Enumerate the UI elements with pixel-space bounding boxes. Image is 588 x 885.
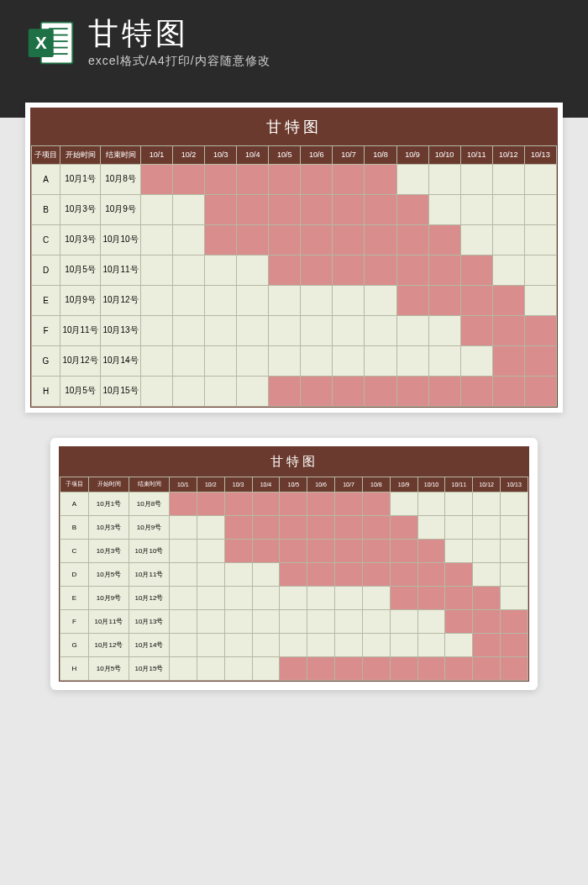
gantt-cell xyxy=(173,315,205,345)
table-row: H10月5号10月15号 xyxy=(32,376,557,406)
gantt-cell xyxy=(365,285,396,315)
gantt-cell xyxy=(224,609,252,633)
gantt-cell xyxy=(197,609,224,633)
cell-end: 10月9号 xyxy=(129,515,170,539)
gantt-cell xyxy=(417,586,445,609)
gantt-cell xyxy=(524,315,556,345)
col-header-day: 10/12 xyxy=(492,145,524,164)
gantt-cell xyxy=(173,164,205,194)
gantt-cell xyxy=(524,345,556,376)
gantt-cell xyxy=(365,255,396,285)
page-title: 甘特图 xyxy=(88,17,270,50)
col-header-day: 10/9 xyxy=(396,145,428,164)
gantt-cell xyxy=(417,609,445,633)
cell-start: 10月5号 xyxy=(60,255,101,285)
gantt-preview-large: 甘特图 子项目开始时间结束时间10/110/210/310/410/510/61… xyxy=(25,103,563,413)
gantt-cell xyxy=(170,492,197,515)
gantt-cell xyxy=(396,164,428,194)
gantt-cell xyxy=(333,224,365,255)
gantt-cell xyxy=(501,492,528,515)
gantt-cell xyxy=(301,376,333,406)
gantt-cell xyxy=(197,492,224,515)
gantt-cell xyxy=(524,224,556,255)
col-header-start: 开始时间 xyxy=(89,477,129,492)
table-row: D10月5号10月11号 xyxy=(32,255,557,285)
gantt-cell xyxy=(252,633,280,656)
gantt-cell xyxy=(224,562,252,586)
cell-item: B xyxy=(60,515,89,539)
col-header-day: 10/11 xyxy=(460,145,492,164)
gantt-cell xyxy=(473,609,501,633)
page-subtitle: excel格式/A4打印/内容随意修改 xyxy=(88,54,270,69)
gantt-cell xyxy=(492,255,524,285)
gantt-cell xyxy=(237,285,269,315)
gantt-cell xyxy=(445,539,473,562)
table-row: A10月1号10月8号 xyxy=(60,492,528,515)
cell-start: 10月12号 xyxy=(89,633,129,656)
gantt-cell xyxy=(362,609,390,633)
gantt-cell xyxy=(428,376,460,406)
gantt-cell xyxy=(524,194,556,224)
table-row: C10月3号10月10号 xyxy=(32,224,557,255)
col-header-item: 子项目 xyxy=(32,145,60,164)
gantt-cell xyxy=(501,562,528,586)
gantt-cell xyxy=(141,315,173,345)
gantt-cell xyxy=(307,562,335,586)
gantt-cell xyxy=(362,656,390,680)
gantt-cell xyxy=(428,345,460,376)
cell-start: 10月9号 xyxy=(89,586,129,609)
gantt-cell xyxy=(362,562,390,586)
gantt-cell xyxy=(365,345,396,376)
gantt-cell xyxy=(197,656,224,680)
gantt-cell xyxy=(445,656,473,680)
cell-end: 10月10号 xyxy=(101,224,141,255)
gantt-cell xyxy=(396,255,428,285)
cell-end: 10月11号 xyxy=(101,255,141,285)
gantt-cell xyxy=(173,224,205,255)
gantt-cell xyxy=(390,515,417,539)
gantt-cell xyxy=(524,255,556,285)
gantt-cell xyxy=(205,164,237,194)
gantt-cell xyxy=(333,164,365,194)
gantt-cell xyxy=(237,164,269,194)
gantt-cell xyxy=(501,609,528,633)
gantt-cell xyxy=(460,164,492,194)
gantt-cell xyxy=(205,224,237,255)
gantt-cell xyxy=(252,492,280,515)
gantt-chart: 甘特图 子项目开始时间结束时间10/110/210/310/410/510/61… xyxy=(30,108,558,408)
cell-end: 10月12号 xyxy=(101,285,141,315)
cell-item: G xyxy=(32,345,60,376)
cell-item: D xyxy=(32,255,60,285)
col-header-day: 10/2 xyxy=(197,477,224,492)
gantt-cell xyxy=(170,515,197,539)
gantt-cell xyxy=(460,224,492,255)
gantt-cell xyxy=(333,376,365,406)
table-row: G10月12号10月14号 xyxy=(32,345,557,376)
gantt-cell xyxy=(390,492,417,515)
col-header-day: 10/2 xyxy=(173,145,205,164)
gantt-cell xyxy=(173,376,205,406)
gantt-cell xyxy=(224,539,252,562)
cell-item: G xyxy=(60,633,89,656)
cell-item: H xyxy=(32,376,60,406)
gantt-cell xyxy=(428,224,460,255)
gantt-cell xyxy=(365,224,396,255)
gantt-cell xyxy=(141,164,173,194)
table-row: C10月3号10月10号 xyxy=(60,539,528,562)
gantt-cell xyxy=(492,164,524,194)
table-row: D10月5号10月11号 xyxy=(60,562,528,586)
cell-end: 10月14号 xyxy=(129,633,170,656)
gantt-cell xyxy=(173,345,205,376)
gantt-cell xyxy=(307,633,335,656)
gantt-cell xyxy=(396,345,428,376)
col-header-end: 结束时间 xyxy=(129,477,170,492)
gantt-cell xyxy=(269,315,301,345)
col-header-day: 10/10 xyxy=(428,145,460,164)
cell-start: 10月3号 xyxy=(89,539,129,562)
col-header-day: 10/10 xyxy=(417,477,445,492)
cell-start: 10月3号 xyxy=(89,515,129,539)
page-header: X 甘特图 excel格式/A4打印/内容随意修改 xyxy=(0,0,588,86)
gantt-cell xyxy=(445,586,473,609)
gantt-cell xyxy=(205,376,237,406)
cell-item: C xyxy=(60,539,89,562)
